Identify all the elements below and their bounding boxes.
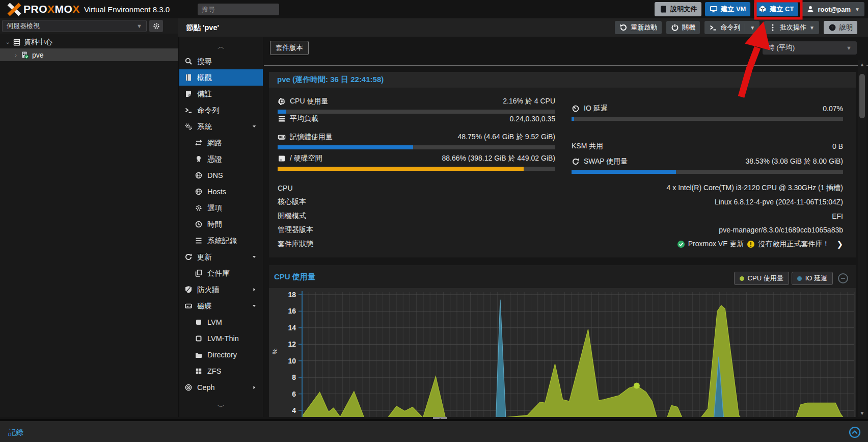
- user-icon: [806, 5, 815, 13]
- log-panel: 記錄: [0, 419, 868, 442]
- legend-CPU 使用量[interactable]: CPU 使用量: [734, 272, 789, 285]
- menu-item-ZFS[interactable]: ZFS: [179, 363, 263, 379]
- stat-row: SWAP 使用量38.53% (3.08 GiB 於 8.00 GiB): [572, 157, 843, 167]
- note-icon: [184, 90, 193, 98]
- create-ct-button[interactable]: 建立 CT: [754, 2, 798, 16]
- search-input[interactable]: 搜尋: [198, 4, 279, 15]
- documentation-button[interactable]: 說明文件: [655, 2, 701, 16]
- gears-icon: [184, 122, 193, 131]
- menu-item-時間[interactable]: 時間: [179, 216, 263, 232]
- clock-icon: [195, 220, 203, 228]
- menu-item-搜尋[interactable]: 搜尋: [179, 53, 263, 69]
- view-select[interactable]: 伺服器檢視▼: [2, 20, 147, 32]
- menu-item-LVM-Thin[interactable]: LVM-Thin: [179, 330, 263, 347]
- chart-title: CPU 使用量: [274, 272, 315, 282]
- tree-header: 伺服器檢視▼: [0, 18, 178, 34]
- monitor-icon: [710, 5, 718, 13]
- node-header: 節點 'pve' 重新啟動關機命令列▼批次操作▼?說明: [178, 18, 868, 37]
- menu-item-Ceph[interactable]: Ceph: [179, 379, 263, 396]
- ceph-icon: [184, 383, 193, 392]
- gear-button[interactable]: [149, 20, 163, 32]
- menu-item-概觀[interactable]: 概觀: [179, 69, 263, 86]
- proxmox-app: PROXMOX Virtual Environment 8.3.0 搜尋 說明文…: [0, 0, 868, 442]
- book-icon: [659, 5, 667, 13]
- log-panel-title: 記錄: [8, 421, 23, 442]
- menu-item-DNS[interactable]: DNS: [179, 167, 263, 184]
- menu-item-系統[interactable]: 系統: [179, 118, 263, 135]
- power-icon: [671, 23, 679, 32]
- reboot-button[interactable]: 重新啟動: [615, 21, 662, 34]
- check-icon: [677, 240, 685, 248]
- scrollbar-thumb[interactable]: [859, 74, 865, 118]
- caret-down-icon: [252, 303, 257, 308]
- shell-button[interactable]: 命令列▼: [704, 21, 760, 34]
- user-menu-button[interactable]: root@pam▼: [802, 2, 864, 16]
- svg-text:16: 16: [288, 307, 296, 315]
- caret-right-icon: [252, 385, 257, 390]
- menu-item-備註[interactable]: 備註: [179, 86, 263, 102]
- tree-item-資料中心[interactable]: ⌄資料中心: [0, 36, 178, 48]
- detail-row: 套件庫狀態Proxmox VE 更新沒有啟用正式套件庫！❯: [278, 237, 843, 251]
- stat-progress-bar: [278, 145, 555, 149]
- tree-expander-icon[interactable]: ⌄: [4, 39, 11, 45]
- stat-row: / 硬碟空間88.66% (398.12 GiB 於 449.02 GiB): [278, 153, 555, 164]
- scroll-down-icon[interactable]: ▼: [858, 409, 866, 417]
- svg-text:8: 8: [292, 373, 296, 381]
- menu-item-憑證[interactable]: 憑證: [179, 151, 263, 167]
- search-icon: [184, 57, 193, 65]
- menu-item-防火牆[interactable]: 防火牆: [179, 281, 263, 298]
- content-area: 套件版本 時 (平均)▼ pve (運作時間: 36 日 22:41:58) C…: [264, 37, 868, 417]
- node-icon: [21, 51, 29, 59]
- shutdown-button[interactable]: 關機: [666, 21, 700, 34]
- detail-row: 核心版本Linux 6.8.12-4-pve (2024-11-06T15:04…: [278, 195, 843, 210]
- chart-legend: CPU 使用量IO 延遲: [734, 272, 849, 285]
- menu-item-更新[interactable]: 更新: [179, 249, 263, 265]
- square-o-icon: [195, 334, 203, 343]
- expand-log-icon[interactable]: [849, 426, 861, 438]
- datacenter-icon: [13, 38, 21, 46]
- stat-progress-bar: [278, 167, 555, 171]
- tree-item-pve[interactable]: ›pve: [0, 48, 178, 61]
- menu-item-LVM[interactable]: LVM: [179, 314, 263, 330]
- resource-tree: ⌄資料中心›pve: [0, 34, 178, 417]
- scroll-up-icon[interactable]: ▲: [858, 60, 866, 68]
- terminal-icon: [184, 106, 193, 114]
- menu-item-磁碟[interactable]: 磁碟: [179, 298, 263, 314]
- reload-icon: [619, 23, 628, 32]
- cpu-usage-chart: 4681012141618%: [269, 288, 856, 417]
- stat-row: CPU 使用量2.16% 於 4 CPU: [278, 96, 555, 107]
- menu-scroll-down-icon[interactable]: ﹀: [179, 403, 263, 412]
- loadavg-icon: [278, 115, 286, 123]
- menu-item-Directory[interactable]: Directory: [179, 347, 263, 363]
- menu-item-套件庫[interactable]: 套件庫: [179, 265, 263, 281]
- list-icon: [195, 237, 203, 245]
- version-subtitle: Virtual Environment 8.3.0: [84, 5, 170, 14]
- menu-scroll-up-icon[interactable]: ︿: [179, 43, 263, 51]
- terminal-icon: [709, 23, 717, 32]
- chart-undo-zoom-icon[interactable]: [837, 273, 849, 284]
- square-icon: [195, 318, 203, 326]
- help-button[interactable]: ?說明: [824, 21, 857, 34]
- vertical-scrollbar[interactable]: ▲ ▼: [858, 60, 866, 417]
- time-range-select[interactable]: 時 (平均)▼: [763, 41, 857, 55]
- header-buttons: 說明文件建立 VM建立 CTroot@pam▼: [655, 2, 864, 16]
- documentation-label: 說明文件: [670, 5, 697, 14]
- svg-text:18: 18: [288, 291, 296, 299]
- menu-item-Hosts[interactable]: Hosts: [179, 184, 263, 200]
- globe-icon: [195, 171, 203, 179]
- menu-item-命令列[interactable]: 命令列: [179, 102, 263, 118]
- bulk-actions-button[interactable]: 批次操作▼: [764, 21, 819, 34]
- legend-IO 延遲[interactable]: IO 延遲: [792, 272, 833, 285]
- menu-item-選項[interactable]: 選項: [179, 200, 263, 216]
- menu-item-系統記錄[interactable]: 系統記錄: [179, 232, 263, 249]
- svg-text:14: 14: [288, 324, 296, 332]
- package-versions-button[interactable]: 套件版本: [270, 41, 309, 55]
- create-vm-button[interactable]: 建立 VM: [705, 2, 750, 16]
- tree-expander-icon[interactable]: ›: [12, 52, 19, 58]
- node-title: 節點 'pve': [186, 18, 219, 37]
- gear-icon: [195, 204, 203, 212]
- cert-icon: [195, 155, 203, 163]
- gear-icon: [152, 22, 160, 30]
- menu-item-網路[interactable]: 網路: [179, 135, 263, 151]
- stat-row: 平均負載0.24,0.30,0.35: [278, 114, 555, 124]
